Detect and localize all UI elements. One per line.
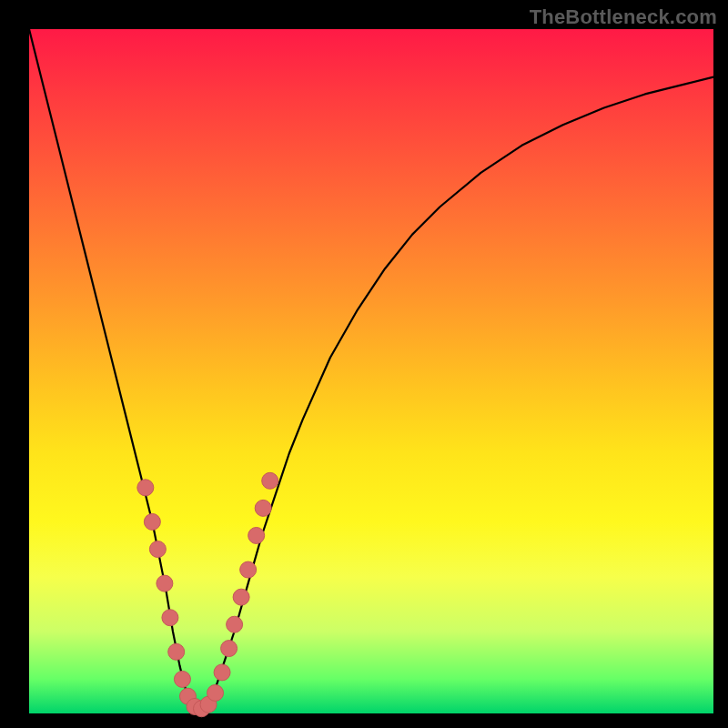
- marker-point: [207, 684, 224, 701]
- marker-group: [137, 472, 278, 716]
- marker-point: [240, 561, 257, 578]
- chart-frame: TheBottleneck.com: [0, 0, 728, 728]
- marker-point: [149, 541, 166, 558]
- marker-point: [221, 641, 238, 657]
- marker-point: [137, 480, 154, 496]
- marker-point: [233, 589, 249, 605]
- marker-point: [162, 610, 178, 626]
- marker-point: [248, 527, 265, 543]
- marker-point: [255, 500, 271, 516]
- bottleneck-curve: [29, 29, 713, 710]
- marker-point: [157, 575, 173, 592]
- marker-point: [174, 671, 190, 687]
- marker-point: [262, 472, 278, 489]
- watermark-text: TheBottleneck.com: [530, 5, 717, 29]
- marker-point: [214, 664, 230, 681]
- marker-point: [144, 513, 160, 530]
- marker-point: [168, 643, 185, 660]
- plot-area: [29, 29, 713, 713]
- chart-svg: [29, 29, 713, 713]
- marker-point: [227, 616, 243, 632]
